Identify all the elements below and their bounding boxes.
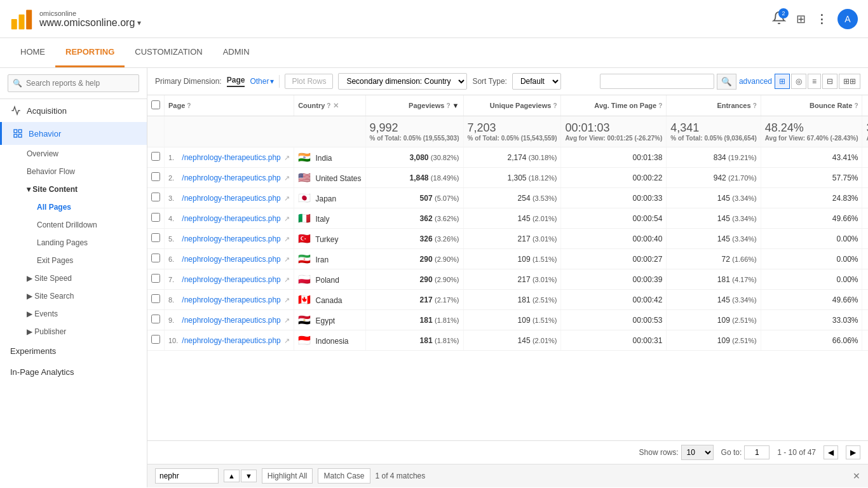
nav-home[interactable]: HOME (10, 38, 55, 67)
pivot-view-button[interactable]: ⊟ (822, 74, 837, 89)
next-page-button[interactable]: ▶ (846, 445, 860, 459)
sidebar-item-site-content[interactable]: ▾ Site Content (0, 180, 147, 198)
page-link-4[interactable]: /nephrology-therapeutics.php (182, 234, 280, 243)
search-input[interactable] (8, 74, 139, 92)
highlight-all-button[interactable]: Highlight All (262, 468, 313, 484)
site-dropdown-icon[interactable]: ▾ (137, 18, 141, 27)
sidebar-item-site-speed[interactable]: ▶ Site Speed (0, 269, 147, 287)
col-page[interactable]: Page ? (165, 95, 294, 116)
entrances-col-help[interactable]: ? (753, 102, 757, 109)
sidebar-item-publisher[interactable]: ▶ Publisher (0, 323, 147, 341)
grid-menu-button[interactable]: ⊞ (796, 12, 806, 26)
prev-page-button[interactable]: ◀ (824, 445, 838, 459)
ext-link-8[interactable]: ↗ (284, 316, 290, 324)
nav-customization[interactable]: CUSTOMIZATION (125, 38, 212, 67)
col-bounce-rate[interactable]: Bounce Rate ? (761, 95, 862, 116)
sidebar-item-experiments[interactable]: Experiments (0, 341, 147, 362)
nav-reporting[interactable]: REPORTING (55, 38, 125, 67)
goto-input[interactable] (744, 445, 770, 459)
col-entrances[interactable]: Entrances ? (667, 95, 761, 116)
advanced-link[interactable]: advanced (739, 77, 772, 86)
ext-link-4[interactable]: ↗ (284, 235, 290, 243)
pie-view-button[interactable]: ◎ (791, 74, 806, 89)
row-checkbox-3[interactable] (151, 213, 160, 222)
col-unique-pageviews[interactable]: Unique Pageviews ? (463, 95, 561, 116)
find-next-button[interactable]: ▼ (241, 470, 257, 482)
sidebar-item-content-drilldown[interactable]: Content Drilldown (0, 216, 147, 234)
find-close-button[interactable]: ✕ (853, 471, 860, 481)
sort-select[interactable]: Default (512, 73, 561, 90)
plot-rows-button[interactable]: Plot Rows (285, 74, 333, 89)
page-link-6[interactable]: /nephrology-therapeutics.php (182, 275, 280, 284)
match-case-button[interactable]: Match Case (318, 468, 370, 484)
country-col-remove[interactable]: ✕ (333, 102, 339, 109)
ext-link-7[interactable]: ↗ (284, 296, 290, 304)
find-prev-button[interactable]: ▲ (224, 470, 240, 482)
ext-link-1[interactable]: ↗ (284, 174, 290, 182)
page-link-9[interactable]: /nephrology-therapeutics.php (182, 336, 280, 345)
select-all-checkbox[interactable] (151, 100, 160, 109)
sidebar-item-site-search[interactable]: ▶ Site Search (0, 287, 147, 305)
page-link-3[interactable]: /nephrology-therapeutics.php (182, 214, 280, 223)
row-checkbox-5[interactable] (151, 254, 160, 262)
col-pageviews[interactable]: Pageviews ? ▼ (365, 95, 463, 116)
avg-time-col-help[interactable]: ? (658, 102, 662, 109)
row-checkbox-9[interactable] (151, 335, 160, 344)
secondary-dimension-select[interactable]: Secondary dimension: Country (338, 73, 467, 90)
table-body: 1. /nephrology-therapeutics.php ↗ 🇮🇳 Ind… (147, 147, 868, 351)
row-checkbox-7[interactable] (151, 294, 160, 303)
sidebar-item-behavior-flow[interactable]: Behavior Flow (0, 163, 147, 180)
ext-link-5[interactable]: ↗ (284, 255, 290, 263)
col-country[interactable]: Country ? ✕ (294, 95, 365, 116)
custom-view-button[interactable]: ⊞⊞ (839, 74, 860, 89)
page-link-5[interactable]: /nephrology-therapeutics.php (182, 255, 280, 264)
row-checkbox-0[interactable] (151, 152, 160, 161)
unique-col-help[interactable]: ? (553, 102, 557, 109)
acquisition-icon (10, 105, 22, 116)
sidebar-item-acquisition[interactable]: Acquisition (0, 99, 147, 122)
list-view-button[interactable]: ≡ (808, 74, 821, 89)
row-checkbox-6[interactable] (151, 274, 160, 283)
row-checkbox-4[interactable] (151, 233, 160, 242)
page-dim-button[interactable]: Page (227, 76, 245, 87)
notifications-button[interactable]: 2 (772, 11, 786, 27)
row-checkbox-1[interactable] (151, 172, 160, 181)
ext-link-2[interactable]: ↗ (284, 194, 290, 202)
page-link-7[interactable]: /nephrology-therapeutics.php (182, 295, 280, 304)
top-header: omicsonline www.omicsonline.org ▾ 2 ⊞ ⋮ … (0, 0, 868, 38)
pageviews-col-help[interactable]: ? (446, 102, 450, 109)
other-dim-button[interactable]: Other ▾ (250, 77, 274, 86)
page-link-8[interactable]: /nephrology-therapeutics.php (182, 316, 280, 325)
sidebar-item-in-page[interactable]: In-Page Analytics (0, 362, 147, 383)
more-options-button[interactable]: ⋮ (816, 12, 827, 26)
table-search-button[interactable]: 🔍 (717, 74, 736, 90)
page-link-2[interactable]: /nephrology-therapeutics.php (182, 194, 280, 203)
sidebar-item-overview[interactable]: Overview (0, 145, 147, 163)
col-pct-exit[interactable]: % Exit ? (862, 95, 868, 116)
sidebar-item-behavior[interactable]: Behavior (0, 122, 147, 145)
ext-link-0[interactable]: ↗ (284, 154, 290, 161)
page-link-1[interactable]: /nephrology-therapeutics.php (182, 173, 280, 182)
bounce-col-help[interactable]: ? (854, 102, 858, 109)
ext-link-3[interactable]: ↗ (284, 215, 290, 222)
col-avg-time[interactable]: Avg. Time on Page ? (561, 95, 667, 116)
sidebar-item-landing-pages[interactable]: Landing Pages (0, 234, 147, 252)
user-avatar[interactable]: A (837, 9, 858, 29)
ext-link-6[interactable]: ↗ (284, 276, 290, 283)
rows-per-page-select[interactable]: 102550100500 (681, 445, 714, 460)
ext-link-9[interactable]: ↗ (284, 337, 290, 344)
row-page-2: 3. /nephrology-therapeutics.php ↗ (165, 188, 294, 208)
grid-view-button[interactable]: ⊞ (775, 74, 790, 89)
row-checkbox-8[interactable] (151, 315, 160, 323)
find-input[interactable] (155, 468, 219, 484)
page-link-0[interactable]: /nephrology-therapeutics.php (182, 153, 280, 162)
sidebar-item-exit-pages[interactable]: Exit Pages (0, 252, 147, 269)
nav-admin[interactable]: ADMIN (213, 38, 260, 67)
row-checkbox-2[interactable] (151, 193, 160, 201)
page-col-help[interactable]: ? (187, 102, 191, 109)
sidebar-item-all-pages[interactable]: All Pages (0, 198, 147, 216)
country-col-help[interactable]: ? (327, 102, 330, 109)
site-url[interactable]: www.omicsonline.org ▾ (39, 17, 141, 29)
sidebar-item-events[interactable]: ▶ Events (0, 305, 147, 323)
table-search-input[interactable] (600, 74, 714, 89)
